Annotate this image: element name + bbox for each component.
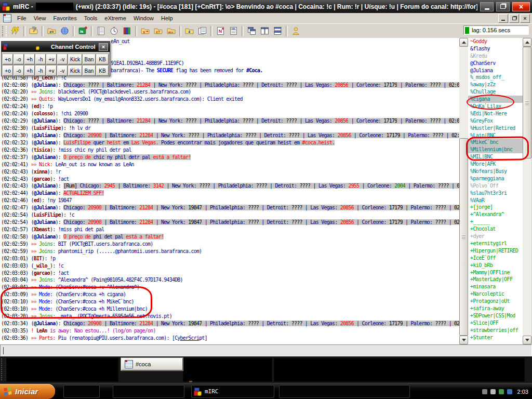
tray-icon-2[interactable] (490, 389, 496, 394)
nicklist-item[interactable]: +Protagonz|oUt (468, 298, 523, 305)
menu-favorites[interactable]: Favorites (49, 14, 80, 22)
nicklist-item[interactable]: +safira-away (468, 305, 523, 312)
chat-scroll-down-icon[interactable] (459, 336, 468, 344)
nicklist-item[interactable]: +Mammy|OFFline (468, 269, 523, 276)
tray-icon-3[interactable] (499, 389, 504, 394)
tile-horizontal-icon[interactable] (271, 25, 284, 37)
start-button[interactable]: Iniciar (0, 384, 55, 399)
url-list-icon[interactable]: URL (227, 25, 240, 37)
switchbar-grip[interactable] (1, 358, 6, 380)
cc--h-button[interactable]: -h (35, 65, 46, 76)
cc-ban-button[interactable]: Ban (83, 65, 96, 76)
cc--h-button[interactable]: -h (35, 54, 46, 64)
restore-button[interactable] (496, 2, 510, 11)
nicklist-item[interactable]: +______ (468, 218, 523, 225)
nicklist-item[interactable]: %MikeC`bnc (468, 139, 523, 146)
channels-folder-icon[interactable]: #+ (45, 25, 58, 37)
cc-kb-button[interactable]: KB (96, 54, 109, 64)
cc-+o-button[interactable]: +o (3, 54, 13, 64)
mdi-close-button[interactable]: × (520, 14, 530, 23)
dcc-folder-icon[interactable]: dcc (165, 25, 178, 37)
timer-icon[interactable] (108, 25, 121, 37)
send-folder-icon[interactable] (183, 25, 196, 37)
help-books-icon[interactable] (121, 25, 134, 37)
message-input[interactable] (0, 344, 532, 356)
nicklist-item[interactable]: %Edi|Not-Here (468, 110, 523, 117)
nicklist-item[interactable]: +MasterLady|OFF (468, 276, 523, 283)
nicklist-scrollbar[interactable] (523, 38, 531, 344)
chat-scroll-thumb[interactable] (459, 138, 468, 336)
nicklist-item[interactable]: %More|AFK (468, 161, 523, 168)
toolbar-grip[interactable] (2, 26, 7, 36)
nicklist-item[interactable]: +strawberries|off (468, 327, 523, 334)
cc-+h-button[interactable]: +h (24, 54, 35, 64)
nicklist-scroll-thumb[interactable] (523, 47, 531, 158)
nicklist-item[interactable]: %DoKa`Lilax (468, 103, 523, 110)
nicklist-item[interactable]: +Narcoleptic (468, 290, 523, 298)
nicklist-item[interactable]: %Nofears|Busy (468, 168, 523, 175)
nicklist-item[interactable]: &Kredu (468, 52, 523, 60)
commands-folder-icon[interactable]: c? (152, 25, 165, 37)
chat-scrollbar[interactable] (459, 38, 468, 344)
scripts-folder-icon[interactable]: s (139, 25, 152, 37)
cc-kb-button[interactable]: KB (96, 65, 109, 76)
nicklist-item[interactable]: ~Goddy (468, 38, 523, 45)
menu-window[interactable]: Window (130, 14, 157, 22)
menu-file[interactable]: File (14, 14, 30, 22)
nicklist-item[interactable]: @Juliana (468, 67, 523, 74)
close-button[interactable]: × (512, 2, 530, 11)
scripts-editor-icon[interactable] (95, 25, 108, 37)
aliases-icon[interactable]: /a (76, 25, 89, 37)
tray-icon-4[interactable] (507, 389, 512, 394)
redacted-task-button-2[interactable] (113, 385, 184, 398)
cc-+h-button[interactable]: +h (24, 65, 35, 76)
nicklist-item[interactable]: &flashy (468, 45, 523, 52)
cc--o-button[interactable]: -o (14, 65, 24, 76)
redacted-task-button-3[interactable] (279, 385, 410, 398)
cc-+o-button[interactable]: +o (3, 65, 13, 76)
nicklist-item[interactable]: %GreyFox (468, 117, 523, 125)
notify-list-icon[interactable]: N (214, 25, 227, 37)
mirc-task-button[interactable]: mIRC (191, 385, 274, 398)
cc-+v-button[interactable]: +v (46, 54, 57, 64)
chat-scroll-up-icon[interactable] (459, 38, 468, 47)
minimize-button[interactable] (480, 2, 494, 11)
redacted-switchbar-button-3[interactable] (274, 358, 525, 382)
nicklist-item[interactable]: %slau7ht3r3ri (468, 190, 523, 197)
mdi-restore-button[interactable] (509, 14, 519, 23)
nicklist-item[interactable]: %away|zZz (468, 81, 523, 88)
tile-vertical-icon[interactable] (258, 25, 271, 37)
connect-icon[interactable] (9, 25, 22, 37)
nicklist-item[interactable]: +Hipergun|RETIRED (468, 247, 523, 255)
windows-list-icon[interactable] (196, 25, 209, 37)
nicklist-item[interactable]: +minasara (468, 283, 523, 290)
nicklist-item[interactable]: +IceE`Off (468, 255, 523, 262)
menu-help[interactable]: Help (157, 14, 177, 22)
channel-window-icon[interactable] (3, 14, 11, 22)
channel-switch-button[interactable]: #coca (121, 358, 183, 370)
menu-extreme[interactable]: eXtreme (101, 14, 130, 22)
nicklist-item[interactable]: %parmeggiana (468, 175, 523, 182)
nicklist-item[interactable]: +Chocolat (468, 225, 523, 233)
nicklist-scroll-down-icon[interactable] (523, 336, 531, 344)
cc-kick-button[interactable]: Kick (68, 54, 82, 64)
nicklist-item[interactable]: @ChanServ (468, 60, 523, 67)
nicklist-item[interactable]: +Stunter (468, 334, 523, 341)
mdi-minimize-button[interactable] (498, 14, 508, 23)
nicklist-item[interactable]: %VAaR (468, 197, 523, 204)
redacted-switchbar-button-2[interactable] (183, 358, 272, 382)
cc--v-button[interactable]: -v (57, 54, 68, 64)
cc-ban-button[interactable]: Ban (83, 54, 96, 64)
cc-kick-button[interactable]: Kick (68, 65, 82, 76)
user-icon[interactable] (289, 25, 302, 37)
nicklist-item[interactable]: %MIL|BNC (468, 153, 523, 161)
redacted-switchbar-button-1[interactable] (6, 358, 118, 382)
nicklist-item[interactable]: +[jorge] (468, 204, 523, 211)
tray-icon-1[interactable] (482, 389, 487, 394)
channel-control-titlebar[interactable]: Channel Control - #coca × (2, 42, 110, 52)
nicklist-item[interactable]: %Millennium|bnc (468, 146, 523, 153)
nicklist-item[interactable]: +SDPower|CSS|Mod (468, 312, 523, 320)
cascade-windows-icon[interactable] (245, 25, 258, 37)
nicklist-item[interactable]: +eternitygirl (468, 240, 523, 247)
servers-globe-icon[interactable] (58, 25, 71, 37)
